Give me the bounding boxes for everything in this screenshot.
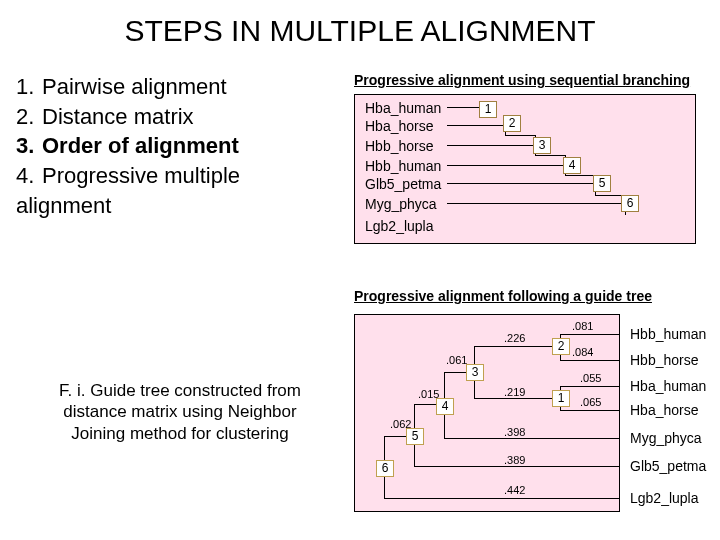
dist-226: .226 xyxy=(504,332,525,344)
node-5: 5 xyxy=(593,175,611,192)
dist-015: .015 xyxy=(418,388,439,400)
leaf-hba-horse: Hba_horse xyxy=(630,402,699,418)
leaf-myg-phyca: Myg_phyca xyxy=(630,430,702,446)
tree-node-4: 4 xyxy=(436,398,454,415)
dist-081: .081 xyxy=(572,320,593,332)
dist-055: .055 xyxy=(580,372,601,384)
tree-node-6: 6 xyxy=(376,460,394,477)
step-4-text-cont: alignment xyxy=(16,193,111,218)
step-4-text: Progressive multiple xyxy=(42,163,240,188)
leaf-hbb-horse: Hbb_horse xyxy=(630,352,699,368)
dist-061: .061 xyxy=(446,354,467,366)
tree-node-1: 1 xyxy=(552,390,570,407)
dist-065: .065 xyxy=(580,396,601,408)
tree-node-2: 2 xyxy=(552,338,570,355)
step-4-num: 4. xyxy=(16,161,42,191)
dist-084: .084 xyxy=(572,346,593,358)
leaf-glb5-petma: Glb5_petma xyxy=(630,458,706,474)
step-3-num: 3. xyxy=(16,131,42,161)
leaf-hbb-human: Hbb_human xyxy=(630,326,706,342)
slide-title: STEPS IN MULTIPLE ALIGNMENT xyxy=(0,0,720,48)
leaf-lgb2-lupla: Lgb2_lupla xyxy=(630,490,699,506)
seq-lgb2-lupla: Lgb2_lupla xyxy=(365,217,434,235)
dist-219: .219 xyxy=(504,386,525,398)
guide-tree-diagram: Hbb_human Hbb_horse Hba_human Hba_horse … xyxy=(354,310,704,520)
guide-tree-note: F. i. Guide tree constructed from distan… xyxy=(50,380,310,444)
seq-hbb-horse: Hbb_horse xyxy=(365,137,434,155)
step-2-text: Distance matrix xyxy=(42,104,194,129)
node-3: 3 xyxy=(533,137,551,154)
sequential-diagram: Hba_human Hba_horse Hbb_horse Hbb_human … xyxy=(354,94,696,244)
dist-389: .389 xyxy=(504,454,525,466)
node-6: 6 xyxy=(621,195,639,212)
panel2-title: Progressive alignment following a guide … xyxy=(354,288,704,304)
node-4: 4 xyxy=(563,157,581,174)
seq-myg-phyca: Myg_phyca xyxy=(365,195,437,213)
steps-list: 1.Pairwise alignment 2.Distance matrix 3… xyxy=(16,72,240,220)
tree-node-5: 5 xyxy=(406,428,424,445)
panel1-title: Progressive alignment using sequential b… xyxy=(354,72,704,88)
seq-hbb-human: Hbb_human xyxy=(365,157,441,175)
node-1: 1 xyxy=(479,101,497,118)
node-2: 2 xyxy=(503,115,521,132)
panel-guide-tree: Progressive alignment following a guide … xyxy=(354,288,704,520)
step-2-num: 2. xyxy=(16,102,42,132)
leaf-hba-human: Hba_human xyxy=(630,378,706,394)
step-1-text: Pairwise alignment xyxy=(42,74,227,99)
seq-glb5-petma: Glb5_petma xyxy=(365,175,441,193)
tree-node-3: 3 xyxy=(466,364,484,381)
dist-062: .062 xyxy=(390,418,411,430)
step-3-text: Order of alignment xyxy=(42,133,239,158)
dist-398: .398 xyxy=(504,426,525,438)
seq-hba-human: Hba_human xyxy=(365,99,441,117)
panel-sequential: Progressive alignment using sequential b… xyxy=(354,72,704,244)
seq-hba-horse: Hba_horse xyxy=(365,117,434,135)
dist-442: .442 xyxy=(504,484,525,496)
step-1-num: 1. xyxy=(16,72,42,102)
